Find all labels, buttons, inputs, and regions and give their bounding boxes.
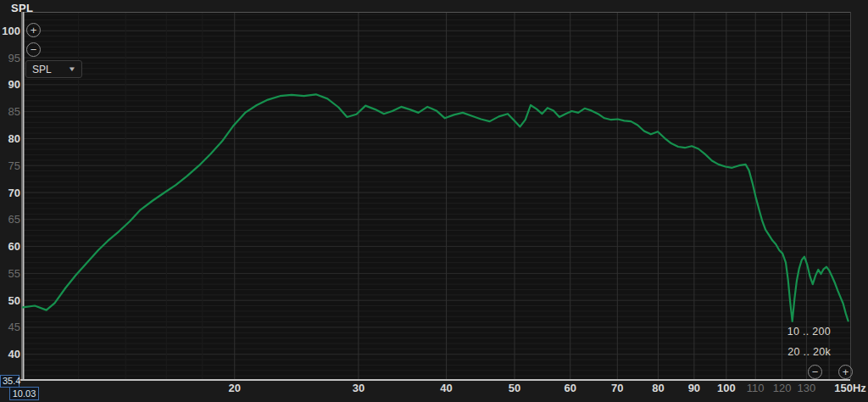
zoom-in-y-button[interactable]: + [26,23,41,37]
y-tick-label: 65 [8,213,20,226]
x-tick-label: 110 [747,382,765,394]
y-tick-label: 50 [8,294,20,307]
y-tick-label: 85 [8,105,20,118]
series-select-dropdown[interactable]: SPL ▼ [25,60,82,78]
frequency-response-chart: 1009590858075706560555045402030405060708… [0,0,868,402]
spl-graph-window: 1009590858075706560555045402030405060708… [0,0,868,402]
y-tick-label: 90 [8,78,20,91]
x-tick-label: 100 [717,382,736,394]
y-tick-label: 70 [8,187,20,199]
x-tick-label: 60 [565,382,576,394]
x-tick-label: 40 [440,382,452,394]
x-tick-label: 150Hz [834,382,866,394]
x-tick-label: 70 [611,382,623,394]
x-tick-label: 20 [229,382,241,394]
y-tick-label: 75 [8,159,20,172]
x-tick-label: 50 [509,382,520,394]
y-tick-label: 45 [8,321,20,333]
zoom-out-y-button[interactable]: − [26,42,41,57]
range-preset-10-200-button[interactable]: 10 .. 200 [771,326,831,338]
y-axis-title: SPL [11,2,33,14]
x-tick-label: 80 [652,382,664,394]
x-tick-label: 90 [688,382,700,394]
chevron-down-icon: ▼ [68,65,76,73]
x-tick-label: 30 [353,382,364,394]
y-axis-min-field[interactable]: 35.4 [0,375,19,388]
zoom-in-x-button[interactable]: + [838,365,853,379]
x-tick-label: 130 [798,382,816,394]
y-tick-label: 40 [8,348,20,360]
series-select-value: SPL [32,64,52,75]
x-tick-label: 120 [773,382,792,394]
y-tick-label: 80 [8,132,20,145]
zoom-out-x-button[interactable]: − [808,365,822,379]
y-tick-label: 100 [2,25,20,37]
y-tick-label: 55 [8,267,20,280]
y-tick-label: 60 [8,240,20,253]
y-tick-label: 95 [8,52,20,64]
x-axis-min-field[interactable]: 10.03 [9,387,39,400]
range-preset-20-20k-button[interactable]: 20 .. 20k [771,346,831,358]
